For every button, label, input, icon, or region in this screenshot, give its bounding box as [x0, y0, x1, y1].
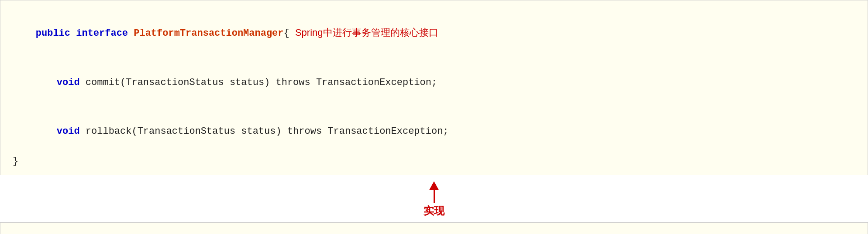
open-brace-1: {: [284, 28, 295, 39]
method-commit: commit(TransactionStatus status): [86, 77, 276, 88]
arrow-shaft: [434, 190, 435, 203]
exception-2: TransactionException;: [322, 126, 448, 137]
keyword-public: public: [36, 28, 76, 39]
method-rollback: rollback(TransactionStatus status): [86, 126, 287, 137]
code-line-b1: public class DataSourceTransactionManage…: [13, 231, 855, 234]
arrow-section: 实现: [0, 175, 868, 222]
classname-platform: PlatformTransactionManager: [134, 28, 283, 39]
code-line-2: void commit(TransactionStatus status) th…: [13, 58, 855, 107]
comment-interface: Spring中进行事务管理的核心接口: [295, 27, 438, 38]
keyword-void-1: void: [57, 77, 86, 88]
keyword-throws-1: throws: [276, 77, 310, 88]
top-code-panel: public interface PlatformTransactionMana…: [0, 0, 868, 175]
keyword-void-2: void: [57, 126, 86, 137]
code-line-4: }: [13, 156, 855, 167]
keyword-interface: interface: [76, 28, 134, 39]
code-line-1: public interface PlatformTransactionMana…: [13, 8, 855, 58]
keyword-throws-2: throws: [287, 126, 322, 137]
arrow-label: 实现: [424, 204, 444, 218]
code-line-3: void rollback(TransactionStatus status) …: [13, 107, 855, 156]
close-brace-1: }: [13, 156, 18, 167]
bottom-code-panel: public class DataSourceTransactionManage…: [0, 222, 868, 234]
arrow-head-icon: [429, 181, 439, 190]
exception-1: TransactionException;: [310, 77, 437, 88]
arrow-wrapper: 实现: [424, 180, 444, 220]
